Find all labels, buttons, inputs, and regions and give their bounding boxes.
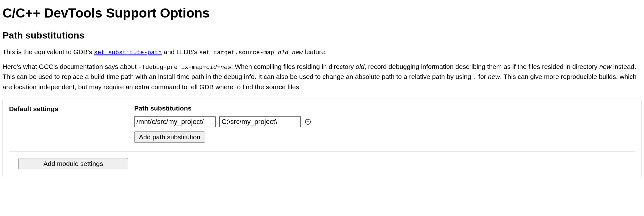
- code-lldb: set target.source-map old new: [199, 49, 303, 56]
- set-substitute-path-link[interactable]: set substitute-path: [94, 48, 162, 55]
- text: : When compiling files residing in direc…: [231, 63, 356, 70]
- italic-old: old: [356, 63, 365, 70]
- text: feature.: [303, 48, 327, 55]
- text: and LLDB's: [162, 48, 199, 55]
- section-heading: Path substitutions: [3, 30, 641, 41]
- italic-new2: new: [488, 73, 500, 80]
- path-from-input[interactable]: [134, 116, 216, 127]
- remove-substitution-button[interactable]: [304, 118, 311, 125]
- add-module-settings-button[interactable]: Add module settings: [18, 158, 128, 169]
- text: for: [477, 73, 488, 80]
- text: , record debugging information describin…: [365, 63, 600, 70]
- default-settings-label: Default settings: [9, 105, 134, 113]
- code-flag: -fdebug-prefix-map=old=new: [138, 64, 231, 71]
- text: Here's what GCC's documentation says abo…: [3, 63, 138, 70]
- add-path-substitution-button[interactable]: Add path substitution: [134, 131, 205, 143]
- intro-paragraph-1: This is the equivalent to GDB's set subs…: [3, 47, 641, 57]
- text: This is the equivalent to GDB's: [3, 48, 94, 55]
- path-to-input[interactable]: [219, 116, 301, 127]
- intro-paragraph-2: Here's what GCC's documentation says abo…: [3, 62, 641, 92]
- path-substitutions-label: Path substitutions: [134, 105, 635, 112]
- divider: [9, 152, 635, 152]
- code-dot: .: [473, 74, 477, 81]
- page-title: C/C++ DevTools Support Options: [3, 6, 641, 21]
- settings-panel: Default settings Path substitutions Add …: [3, 99, 641, 177]
- path-substitution-row: [134, 116, 635, 127]
- remove-icon: [304, 118, 311, 125]
- italic-new: new: [599, 63, 611, 70]
- link-code: set substitute-path: [94, 49, 162, 56]
